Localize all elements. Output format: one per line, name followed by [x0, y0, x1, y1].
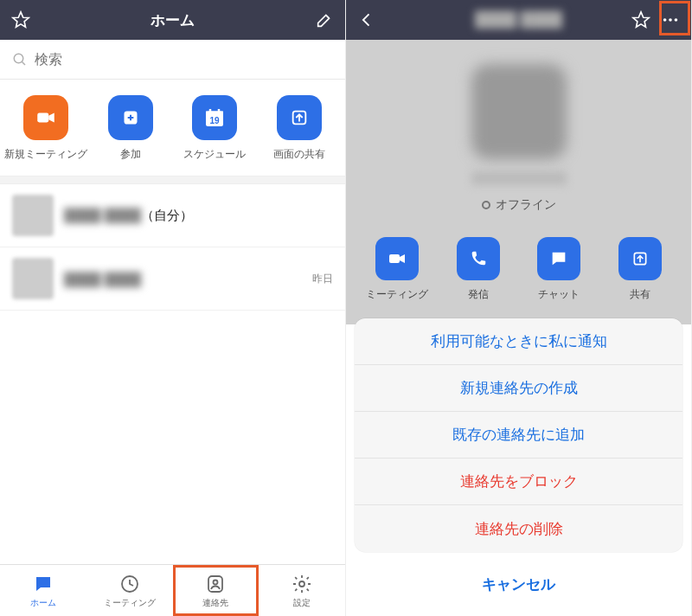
- more-icon[interactable]: [660, 10, 681, 30]
- action-label: ミーティング: [366, 287, 428, 302]
- svg-line-3: [22, 61, 25, 65]
- share-up-icon: [277, 95, 322, 140]
- avatar: [12, 195, 54, 236]
- header: ████ ████: [346, 0, 691, 40]
- contact-name-title: ████ ████: [408, 11, 629, 29]
- tab-settings[interactable]: 設定: [259, 565, 345, 616]
- tab-contacts[interactable]: 連絡先: [173, 565, 260, 616]
- svg-text:19: 19: [210, 116, 221, 125]
- home-screen: ホーム 新規ミーティング 参加 19 ス: [0, 0, 346, 616]
- svg-point-19: [299, 581, 304, 587]
- svg-rect-4: [37, 113, 48, 123]
- avatar: [471, 64, 567, 159]
- action-call[interactable]: 発信: [442, 237, 515, 302]
- clock-icon: [119, 573, 141, 595]
- svg-rect-10: [206, 112, 223, 116]
- back-icon[interactable]: [356, 10, 377, 30]
- svg-point-21: [663, 18, 667, 22]
- avatar: [12, 258, 54, 299]
- search-input[interactable]: [35, 52, 333, 67]
- list-item[interactable]: ████ ████ 昨日: [0, 247, 345, 311]
- tile-label: 新規ミーティング: [4, 147, 87, 162]
- tab-home[interactable]: ホーム: [0, 565, 86, 616]
- compose-icon[interactable]: [314, 10, 335, 30]
- svg-marker-5: [48, 113, 54, 123]
- svg-point-22: [669, 18, 672, 22]
- tile-label: スケジュール: [183, 147, 246, 162]
- option-create-contact[interactable]: 新規連絡先の作成: [355, 365, 682, 412]
- chat-timestamp: 昨日: [312, 272, 333, 286]
- option-notify-when-available[interactable]: 利用可能なときに私に通知: [355, 318, 682, 365]
- tile-join[interactable]: 参加: [90, 95, 171, 162]
- option-delete-contact[interactable]: 連絡先の削除: [355, 505, 682, 552]
- presence-status: オフライン: [482, 197, 556, 213]
- svg-marker-25: [400, 254, 405, 263]
- option-block-contact[interactable]: 連絡先をブロック: [355, 459, 682, 505]
- video-icon: [23, 95, 68, 140]
- tile-label: 参加: [120, 147, 141, 162]
- tab-meetings[interactable]: ミーティング: [86, 565, 173, 616]
- presence-label: オフライン: [496, 197, 556, 213]
- header-right: [629, 10, 681, 30]
- contact-actions: ミーティング 発信 チャット 共有: [346, 228, 691, 324]
- tile-share-screen[interactable]: 画面の共有: [259, 95, 340, 162]
- svg-point-2: [14, 54, 23, 63]
- tab-label: 設定: [293, 597, 311, 609]
- svg-point-23: [675, 18, 678, 22]
- action-meeting[interactable]: ミーティング: [361, 237, 433, 302]
- chat-bubble-icon: [32, 573, 54, 595]
- action-chat[interactable]: チャット: [522, 237, 595, 302]
- option-add-existing-contact[interactable]: 既存の連絡先に追加: [355, 412, 682, 459]
- search-bar[interactable]: [0, 40, 345, 80]
- video-icon: [375, 237, 419, 280]
- star-icon[interactable]: [10, 10, 31, 30]
- calendar-icon: 19: [192, 95, 237, 140]
- chat-list: ████ ████（自分） ████ ████ 昨日: [0, 184, 345, 311]
- chat-name: ████ ████: [64, 272, 141, 286]
- action-share[interactable]: 共有: [604, 237, 676, 302]
- tab-label: 連絡先: [202, 597, 228, 609]
- cancel-button[interactable]: キャンセル: [355, 561, 682, 607]
- star-icon[interactable]: [631, 10, 651, 30]
- svg-marker-20: [633, 12, 649, 27]
- tile-schedule[interactable]: 19 スケジュール: [174, 95, 255, 162]
- header: ホーム: [0, 0, 345, 40]
- phone-icon: [457, 237, 500, 280]
- tile-label: 画面の共有: [273, 147, 325, 162]
- action-label: 共有: [630, 287, 650, 302]
- list-item[interactable]: ████ ████（自分）: [0, 184, 345, 247]
- gear-icon: [291, 573, 313, 595]
- chat-bubble-icon: [537, 237, 580, 280]
- svg-point-18: [214, 580, 218, 584]
- tab-label: ミーティング: [104, 597, 156, 609]
- action-sheet-options: 利用可能なときに私に通知 新規連絡先の作成 既存の連絡先に追加 連絡先をブロック…: [355, 318, 682, 552]
- plus-icon: [108, 95, 153, 140]
- action-tiles: 新規ミーティング 参加 19 スケジュール 画面の共有: [0, 80, 345, 176]
- contact-detail-screen: ████ ████ オフライン ミーティング: [346, 0, 692, 616]
- header-left: [356, 10, 408, 30]
- search-icon: [12, 52, 28, 67]
- tab-bar: ホーム ミーティング 連絡先 設定: [0, 564, 345, 616]
- svg-marker-0: [13, 12, 29, 27]
- divider: [0, 176, 345, 184]
- action-sheet: 利用可能なときに私に通知 新規連絡先の作成 既存の連絡先に追加 連絡先をブロック…: [346, 318, 691, 616]
- action-label: チャット: [538, 287, 580, 302]
- share-up-icon: [618, 237, 662, 280]
- header-right: [283, 10, 335, 30]
- header-left: [10, 10, 62, 30]
- contact-name: [471, 171, 567, 185]
- presence-dot-icon: [482, 201, 490, 209]
- page-title: ホーム: [62, 10, 283, 30]
- svg-rect-24: [389, 254, 400, 263]
- chat-name: ████ ████（自分）: [64, 208, 193, 224]
- tab-label: ホーム: [30, 597, 56, 609]
- contact-icon: [204, 573, 227, 595]
- action-label: 発信: [468, 287, 489, 302]
- profile-section: オフライン: [346, 40, 691, 228]
- tile-new-meeting[interactable]: 新規ミーティング: [5, 95, 86, 162]
